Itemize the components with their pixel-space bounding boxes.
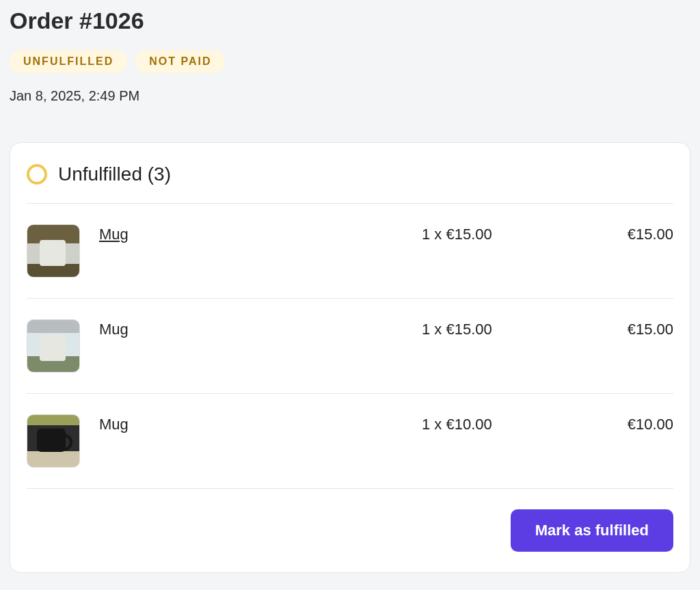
product-name: Mug <box>99 319 403 338</box>
line-item-qty-price: 1 x €15.00 <box>422 319 572 338</box>
line-item-qty-price: 1 x €10.00 <box>422 414 572 433</box>
payment-status-badge: NOT PAID <box>135 50 225 73</box>
line-item-total: €10.00 <box>591 414 673 433</box>
line-item: Mug 1 x €15.00 €15.00 <box>27 298 673 393</box>
line-item-qty-price: 1 x €15.00 <box>422 224 572 243</box>
status-badges: UNFULFILLED NOT PAID <box>10 50 690 73</box>
fulfillment-section-title: Unfulfilled (3) <box>58 163 171 185</box>
fulfillment-card: Unfulfilled (3) Mug 1 x €15.00 €15.00 Mu… <box>10 142 690 573</box>
line-item-total: €15.00 <box>591 319 673 338</box>
product-thumbnail <box>27 319 80 373</box>
line-item: Mug 1 x €15.00 €15.00 <box>27 203 673 298</box>
mark-as-fulfilled-button[interactable]: Mark as fulfilled <box>511 509 673 552</box>
fulfillment-section-header: Unfulfilled (3) <box>27 163 673 203</box>
product-name-link[interactable]: Mug <box>99 224 403 243</box>
line-item: Mug 1 x €10.00 €10.00 <box>27 393 673 489</box>
product-name: Mug <box>99 414 403 433</box>
order-timestamp: Jan 8, 2025, 2:49 PM <box>10 88 690 104</box>
page-title: Order #1026 <box>10 0 690 35</box>
fulfillment-status-badge: UNFULFILLED <box>10 50 127 73</box>
product-thumbnail <box>27 224 80 278</box>
product-thumbnail <box>27 414 80 468</box>
unfulfilled-status-icon <box>27 164 47 185</box>
line-items-list: Mug 1 x €15.00 €15.00 Mug 1 x €15.00 €15… <box>27 203 673 489</box>
fulfillment-card-footer: Mark as fulfilled <box>27 489 673 552</box>
line-item-total: €15.00 <box>591 224 673 243</box>
